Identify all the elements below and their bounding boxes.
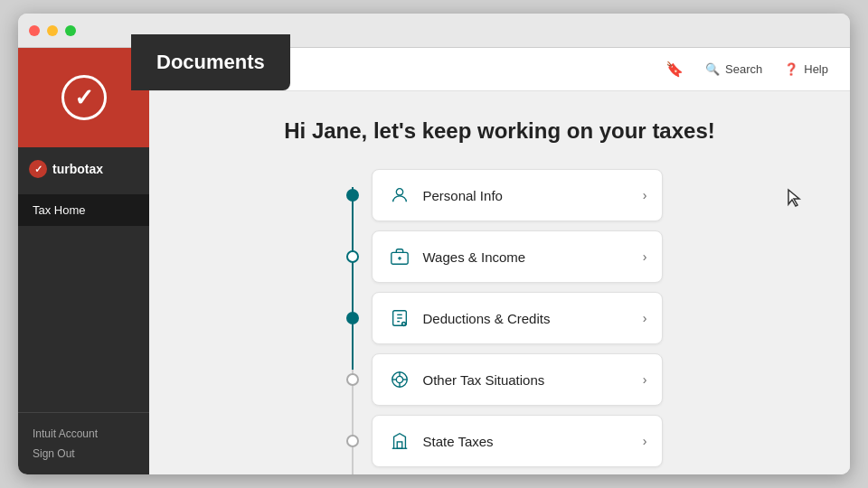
maximize-button[interactable] bbox=[65, 25, 76, 36]
sidebar-sign-out[interactable]: Sign Out bbox=[33, 444, 135, 464]
step-row-deductions: Deductions & Credits › bbox=[337, 292, 663, 344]
svg-rect-17 bbox=[397, 442, 402, 448]
wages-income-icon bbox=[387, 244, 412, 269]
step-card-other-situations[interactable]: Other Tax Situations › bbox=[372, 353, 663, 406]
bookmark-icon: 🔖 bbox=[665, 61, 684, 78]
browser-window: ✓ ✓ turbotax Tax Home Intuit Account Sig… bbox=[18, 14, 850, 474]
close-button[interactable] bbox=[29, 25, 40, 36]
step-card-wages-income[interactable]: Wages & Income › bbox=[372, 230, 663, 283]
steps-container: Personal Info › bbox=[337, 169, 663, 474]
deductions-label: Deductions & Credits bbox=[423, 311, 551, 326]
step-dot-other-situations bbox=[346, 373, 359, 386]
turbotax-brand-text: turbotax bbox=[52, 162, 103, 176]
topbar: 🔖 🔍 Search ❓ Help bbox=[149, 48, 850, 91]
step-row-state-taxes: State Taxes › bbox=[337, 415, 663, 467]
personal-info-icon bbox=[387, 183, 412, 208]
browser-body: ✓ ✓ turbotax Tax Home Intuit Account Sig… bbox=[18, 48, 850, 474]
step-card-state-taxes[interactable]: State Taxes › bbox=[372, 415, 663, 467]
personal-info-label: Personal Info bbox=[423, 188, 503, 203]
step-card-left: State Taxes bbox=[387, 428, 494, 454]
step-card-left: Personal Info bbox=[387, 183, 503, 208]
main-content: 🔖 🔍 Search ❓ Help Hi Jane, let's keep wo… bbox=[149, 48, 850, 474]
chevron-down-icon-wages: › bbox=[643, 249, 647, 264]
step-card-deductions[interactable]: Deductions & Credits › bbox=[372, 292, 663, 344]
step-dot-wages-income bbox=[346, 250, 359, 263]
logo-checkmark: ✓ bbox=[61, 75, 107, 120]
help-icon: ❓ bbox=[784, 62, 798, 76]
step-card-left: Wages & Income bbox=[387, 244, 526, 269]
step-dot-deductions bbox=[346, 312, 359, 324]
turbotax-logo-icon: ✓ bbox=[29, 160, 47, 178]
sidebar-logo-area: ✓ bbox=[18, 48, 149, 147]
turbotax-brand: ✓ turbotax bbox=[18, 147, 149, 191]
search-button[interactable]: 🔍 Search bbox=[705, 62, 762, 76]
svg-point-12 bbox=[396, 376, 402, 382]
deductions-icon bbox=[387, 305, 412, 331]
bookmark-button[interactable]: 🔖 bbox=[665, 61, 684, 78]
chevron-down-icon-deductions: › bbox=[643, 311, 647, 325]
svg-point-0 bbox=[396, 189, 402, 195]
wages-income-label: Wages & Income bbox=[423, 249, 526, 265]
sidebar-intuit-account[interactable]: Intuit Account bbox=[33, 424, 135, 444]
step-row-wages-income: Wages & Income › bbox=[337, 230, 663, 283]
chevron-down-icon-personal-info: › bbox=[643, 188, 647, 202]
help-button[interactable]: ❓ Help bbox=[784, 62, 828, 76]
step-dot-personal-info bbox=[346, 189, 359, 202]
step-card-personal-info[interactable]: Personal Info › bbox=[372, 169, 663, 221]
chevron-down-icon-other: › bbox=[643, 372, 647, 387]
browser-titlebar bbox=[18, 14, 850, 48]
sidebar-item-tax-home[interactable]: Tax Home bbox=[18, 194, 149, 226]
state-taxes-label: State Taxes bbox=[423, 434, 494, 449]
cursor-indicator bbox=[787, 188, 805, 208]
minimize-button[interactable] bbox=[47, 25, 58, 36]
greeting-text: Hi Jane, let's keep working on your taxe… bbox=[185, 118, 814, 144]
step-row-personal-info: Personal Info › bbox=[337, 169, 663, 221]
step-card-left: Deductions & Credits bbox=[387, 305, 551, 331]
search-icon: 🔍 bbox=[705, 62, 720, 76]
sidebar-bottom: Intuit Account Sign Out bbox=[18, 412, 149, 474]
chevron-down-icon-state: › bbox=[643, 434, 647, 448]
content-area: Hi Jane, let's keep working on your taxe… bbox=[149, 91, 850, 474]
step-card-left: Other Tax Situations bbox=[387, 367, 545, 392]
sidebar-nav: Tax Home bbox=[18, 191, 149, 412]
other-situations-icon bbox=[387, 367, 412, 392]
other-situations-label: Other Tax Situations bbox=[423, 372, 545, 388]
sidebar: ✓ ✓ turbotax Tax Home Intuit Account Sig… bbox=[18, 48, 149, 474]
step-dot-state-taxes bbox=[346, 435, 359, 447]
state-taxes-icon bbox=[387, 428, 412, 454]
step-row-other-situations: Other Tax Situations › bbox=[337, 353, 663, 406]
